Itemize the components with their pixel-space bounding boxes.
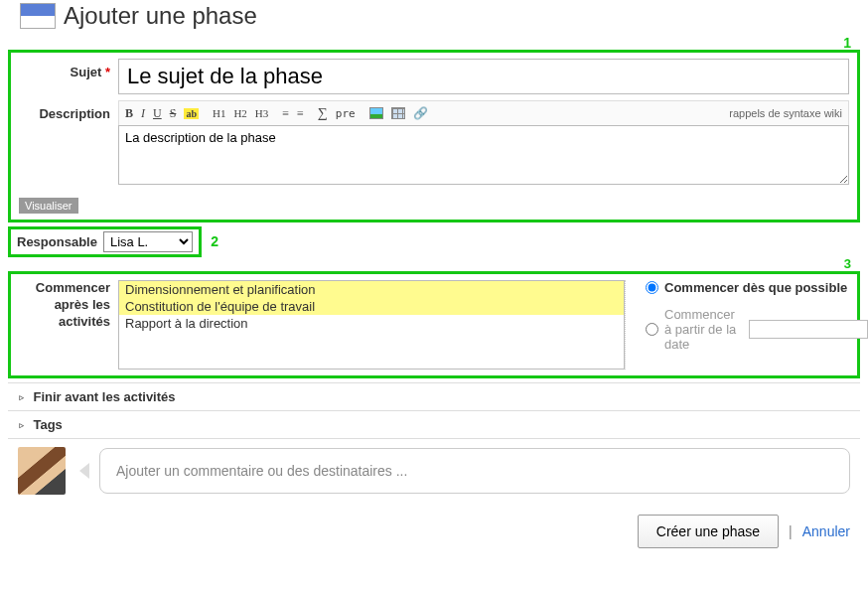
chevron-right-icon: ▹ [18,417,26,432]
required-asterisk: * [105,65,110,79]
start-from-date-option[interactable]: Commencer à partir de la date [646,307,868,352]
formula-icon[interactable]: ∑ [318,105,328,121]
table-icon[interactable] [391,107,405,119]
h1-icon[interactable]: H1 [213,107,225,119]
responsible-box: Responsable Lisa L. 2 [8,226,202,257]
start-asap-radio[interactable] [646,281,658,294]
bold-icon[interactable]: B [125,106,133,121]
link-icon[interactable]: 🔗 [413,106,428,121]
image-icon[interactable] [369,107,383,119]
finish-before-label: Finir avant les activités [33,389,175,404]
subject-input[interactable] [118,59,849,94]
step-number-3: 3 [844,256,851,271]
activity-item[interactable]: Dimensionnement et planification [119,281,624,298]
create-phase-button[interactable]: Créer une phase [638,515,779,548]
page-header: Ajouter une phase [0,0,868,36]
activity-item[interactable]: Constitution de l'équipe de travail [119,298,624,315]
preview-button[interactable]: Visualiser [19,198,78,214]
form-actions: Créer une phase | Annuler [0,503,868,556]
start-options-box: 3 Commencer après les activités Dimensio… [8,271,860,378]
comment-input[interactable]: Ajouter un commentaire ou des destinatai… [99,448,850,494]
avatar [18,447,66,495]
comment-composer: Ajouter un commentaire ou des destinatai… [18,447,850,495]
description-textarea[interactable]: La description de la phase [118,125,849,185]
wiki-syntax-link[interactable]: rappels de syntaxe wiki [729,107,842,119]
step-number-2: 2 [211,233,218,249]
h3-icon[interactable]: H3 [255,107,268,119]
ordered-list-icon[interactable]: ≡ [297,106,304,121]
speech-tail-icon [79,463,89,479]
phase-icon [20,3,56,29]
strike-icon[interactable]: S [170,106,177,121]
description-label: Description [19,100,118,121]
start-asap-option[interactable]: Commencer dès que possible [646,280,868,295]
responsible-select[interactable]: Lisa L. [103,231,193,252]
start-from-date-radio[interactable] [646,323,658,336]
subject-label: Sujet * [19,59,118,79]
activity-item[interactable]: Rapport à la direction [119,315,624,332]
start-asap-label: Commencer dès que possible [664,280,847,295]
bullet-list-icon[interactable]: ≡ [282,106,289,121]
tags-label: Tags [33,417,62,432]
responsible-label: Responsable [17,234,97,249]
separator: | [789,523,793,539]
highlight-icon[interactable]: ab [184,108,199,119]
underline-icon[interactable]: U [153,106,162,121]
start-after-label: Commencer après les activités [19,280,118,370]
tags-section[interactable]: ▹ Tags [8,410,860,439]
rte-toolbar: B I U S ab H1 H2 H3 ≡ ≡ ∑ pre [118,100,849,125]
finish-before-section[interactable]: ▹ Finir avant les activités [8,382,860,410]
preformatted-icon[interactable]: pre [336,107,356,120]
start-from-date-label: Commencer à partir de la date [664,307,743,352]
step-number-1: 1 [843,35,851,51]
start-date-input[interactable] [749,320,868,339]
activity-listbox[interactable]: Dimensionnement et planificationConstitu… [118,280,625,370]
chevron-right-icon: ▹ [18,389,26,404]
cancel-link[interactable]: Annuler [802,523,850,539]
h2-icon[interactable]: H2 [233,107,246,119]
page-title: Ajouter une phase [64,2,257,30]
italic-icon[interactable]: I [141,106,145,121]
subject-description-box: 1 Sujet * Description B I U S ab H1 H2 [8,50,860,222]
